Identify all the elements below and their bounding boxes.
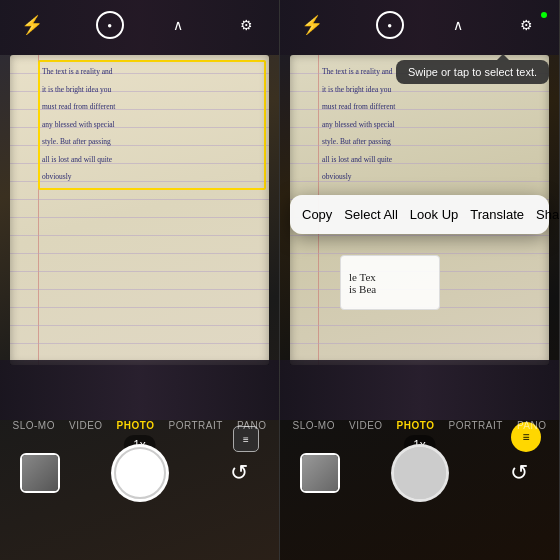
settings-icon-right[interactable]: ⚙: [513, 11, 541, 39]
cam-controls-row-left: ↺: [0, 444, 279, 502]
live-text-right: ●: [387, 21, 392, 30]
live-text-tooltip: Swipe or tap to select text.: [396, 60, 549, 84]
camera-bottom-right: SLO-MO VIDEO PHOTO PORTRAIT PANO ↺: [280, 420, 559, 560]
line: [10, 217, 269, 218]
flip-camera-icon-left[interactable]: ↺: [219, 453, 259, 493]
line: [10, 307, 269, 308]
camera-bottom-left: SLO-MO VIDEO PHOTO PORTRAIT PANO ↺: [0, 420, 279, 560]
line: [10, 271, 269, 272]
chevron-up-icon-left[interactable]: ∧: [173, 17, 183, 33]
live-icon-left[interactable]: ●: [96, 11, 124, 39]
left-camera-panel: The text is a reality and it is the brig…: [0, 0, 280, 560]
line: [10, 325, 269, 326]
tooltip-text: Swipe or tap to select text.: [408, 66, 537, 78]
shutter-button-left[interactable]: [111, 444, 169, 502]
shutter-inner-left: [114, 447, 166, 499]
thumbnail-img-left: [22, 455, 58, 491]
dark-bottom-bg: [0, 360, 279, 420]
mode-photo-left[interactable]: PHOTO: [117, 420, 155, 431]
mode-portrait-right[interactable]: PORTRAIT: [448, 420, 502, 431]
mode-video-right[interactable]: VIDEO: [349, 420, 383, 431]
context-menu: Copy Select All Look Up Translate Share.…: [290, 195, 549, 234]
mode-portrait-left[interactable]: PORTRAIT: [168, 420, 222, 431]
selected-text-box: le Tex is Bea: [340, 255, 440, 310]
camera-modes-right: SLO-MO VIDEO PHOTO PORTRAIT PANO: [280, 420, 559, 431]
live-icon-right[interactable]: ●: [376, 11, 404, 39]
context-menu-select-all[interactable]: Select All: [338, 205, 403, 224]
settings-icon-left[interactable]: ⚙: [233, 11, 261, 39]
dark-bottom-bg-right: [280, 360, 559, 420]
shutter-inner-right: [394, 447, 446, 499]
line-r: [290, 253, 549, 254]
photo-thumbnail-right[interactable]: [300, 453, 340, 493]
context-menu-copy[interactable]: Copy: [296, 205, 338, 224]
text-highlight-box-left: [38, 60, 266, 190]
right-camera-panel: The text is a reality and it is the brig…: [280, 0, 560, 560]
context-menu-share[interactable]: Share...: [530, 205, 560, 224]
line-r: [290, 235, 549, 236]
camera-top-controls-left: ⚡ ● ∧ ⚙: [0, 0, 279, 50]
mode-video-left[interactable]: VIDEO: [69, 420, 103, 431]
selected-text-line-1: le Tex: [349, 271, 376, 283]
mode-pano-right[interactable]: PANO: [517, 420, 547, 431]
line-r: [290, 343, 549, 344]
line: [10, 235, 269, 236]
photo-thumbnail-left[interactable]: [20, 453, 60, 493]
context-menu-translate[interactable]: Translate: [464, 205, 530, 224]
flash-icon-right[interactable]: ⚡: [298, 11, 326, 39]
mode-pano-left[interactable]: PANO: [237, 420, 267, 431]
camera-top-controls-right: ⚡ ● ∧ ⚙: [280, 0, 559, 50]
flip-camera-icon-right[interactable]: ↺: [499, 453, 539, 493]
mode-photo-right[interactable]: PHOTO: [397, 420, 435, 431]
line-r: [290, 325, 549, 326]
chevron-up-icon-right[interactable]: ∧: [453, 17, 463, 33]
mode-slomo-right[interactable]: SLO-MO: [293, 420, 335, 431]
notebook-left: The text is a reality and it is the brig…: [10, 55, 269, 365]
cam-controls-row-right: ↺: [280, 444, 559, 502]
line: [10, 343, 269, 344]
green-dot: [541, 12, 547, 18]
mode-slomo-left[interactable]: SLO-MO: [13, 420, 55, 431]
flash-icon-left[interactable]: ⚡: [18, 11, 46, 39]
context-menu-look-up[interactable]: Look Up: [404, 205, 464, 224]
thumbnail-img-right: [302, 455, 338, 491]
camera-modes-left: SLO-MO VIDEO PHOTO PORTRAIT PANO: [0, 420, 279, 431]
line: [10, 253, 269, 254]
line: [10, 199, 269, 200]
selected-text-line-2: is Bea: [349, 283, 376, 295]
shutter-button-right[interactable]: [391, 444, 449, 502]
live-text-left: ●: [107, 21, 112, 30]
line: [10, 289, 269, 290]
